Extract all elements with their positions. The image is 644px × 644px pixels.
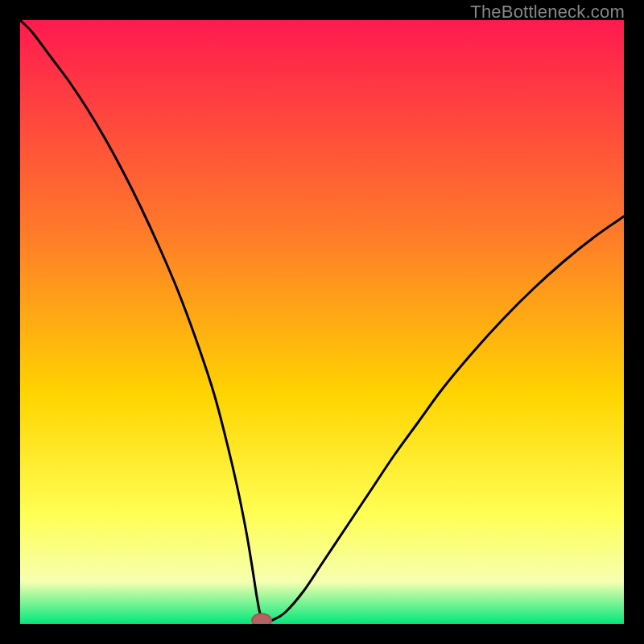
optimal-marker	[252, 613, 271, 624]
gradient-background	[20, 20, 624, 624]
bottleneck-chart	[20, 20, 624, 624]
outer-frame: TheBottleneck.com	[0, 0, 644, 644]
